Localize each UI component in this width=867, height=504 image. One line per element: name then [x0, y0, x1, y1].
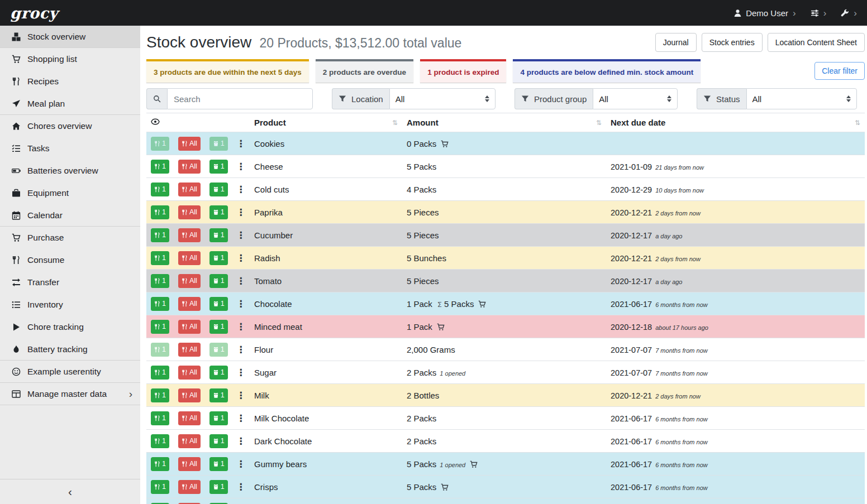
sidebar-item-chore-tracking[interactable]: Chore tracking	[0, 316, 140, 338]
sidebar-item-shopping-list[interactable]: Shopping list	[0, 48, 140, 70]
sidebar-item-inventory[interactable]: Inventory	[0, 294, 140, 316]
open-one-button[interactable]: 1	[209, 160, 228, 174]
row-menu-button[interactable]: ⋮	[235, 274, 247, 288]
status-banner-secondary[interactable]: 2 products are overdue	[316, 59, 413, 83]
consume-all-button[interactable]: All	[178, 434, 201, 448]
row-menu-button[interactable]: ⋮	[235, 183, 247, 196]
journal-button[interactable]: Journal	[655, 33, 697, 52]
row-menu-button[interactable]: ⋮	[235, 251, 247, 265]
clear-filter-button[interactable]: Clear filter	[814, 62, 865, 80]
admin-menu[interactable]: ›	[841, 8, 857, 18]
location-content-sheet-button[interactable]: Location Content Sheet	[768, 33, 865, 52]
consume-all-button[interactable]: All	[178, 366, 201, 380]
status-banner-danger[interactable]: 1 product is expired	[420, 59, 506, 83]
row-menu-button[interactable]: ⋮	[235, 411, 247, 425]
consume-all-button[interactable]: All	[178, 320, 201, 334]
open-one-button[interactable]: 1	[209, 480, 228, 494]
sidebar-item-manage-master-data[interactable]: Manage master data ›	[0, 383, 140, 405]
consume-one-button[interactable]: 1	[151, 411, 169, 425]
consume-all-button[interactable]: All	[178, 411, 201, 425]
column-header-next-due-date[interactable]: Next due date ⇅	[606, 113, 865, 132]
sidebar-item-chores-overview[interactable]: Chores overview	[0, 115, 140, 137]
open-one-button[interactable]: 1	[209, 320, 228, 334]
status-banner-info[interactable]: 4 products are below defined min. stock …	[513, 59, 701, 83]
consume-one-button[interactable]: 1	[151, 434, 169, 448]
open-one-button[interactable]: 1	[209, 343, 228, 357]
open-one-button[interactable]: 1	[209, 297, 228, 311]
sidebar-item-calendar[interactable]: Calendar	[0, 204, 140, 227]
consume-one-button[interactable]: 1	[151, 137, 169, 151]
consume-all-button[interactable]: All	[178, 160, 201, 174]
consume-one-button[interactable]: 1	[151, 274, 169, 288]
status-banner-warning[interactable]: 3 products are due within the next 5 day…	[146, 59, 309, 83]
row-menu-button[interactable]: ⋮	[235, 343, 247, 357]
consume-one-button[interactable]: 1	[151, 343, 169, 357]
consume-all-button[interactable]: All	[178, 251, 201, 265]
row-menu-button[interactable]: ⋮	[235, 297, 247, 311]
consume-one-button[interactable]: 1	[151, 297, 169, 311]
open-one-button[interactable]: 1	[209, 434, 228, 448]
settings-menu[interactable]: ›	[811, 8, 827, 18]
sidebar-item-example-userentity[interactable]: Example userentity	[0, 361, 140, 383]
row-menu-button[interactable]: ⋮	[235, 388, 247, 402]
sidebar-collapse-button[interactable]: ‹	[0, 479, 140, 504]
consume-all-button[interactable]: All	[178, 297, 201, 311]
row-menu-button[interactable]: ⋮	[235, 320, 247, 334]
consume-one-button[interactable]: 1	[151, 160, 169, 174]
sidebar-item-equipment[interactable]: Equipment	[0, 182, 140, 204]
sidebar-item-meal-plan[interactable]: Meal plan	[0, 93, 140, 115]
row-menu-button[interactable]: ⋮	[235, 366, 247, 380]
sidebar-item-tasks[interactable]: Tasks	[0, 137, 140, 160]
sidebar-item-batteries-overview[interactable]: Batteries overview	[0, 160, 140, 182]
sidebar-item-consume[interactable]: Consume	[0, 249, 140, 271]
sidebar-item-transfer[interactable]: Transfer	[0, 271, 140, 294]
open-one-button[interactable]: 1	[209, 205, 228, 219]
consume-one-button[interactable]: 1	[151, 205, 169, 219]
consume-one-button[interactable]: 1	[151, 457, 169, 471]
open-one-button[interactable]: 1	[209, 251, 228, 265]
consume-all-button[interactable]: All	[178, 137, 201, 151]
open-one-button[interactable]: 1	[209, 183, 228, 196]
row-menu-button[interactable]: ⋮	[235, 457, 247, 471]
open-one-button[interactable]: 1	[209, 388, 228, 402]
column-header-product[interactable]: Product ⇅	[250, 113, 402, 132]
open-one-button[interactable]: 1	[209, 411, 228, 425]
consume-one-button[interactable]: 1	[151, 320, 169, 334]
status-select[interactable]: All	[746, 88, 857, 109]
product-group-select[interactable]: All	[593, 88, 678, 109]
sidebar-item-battery-tracking[interactable]: Battery tracking	[0, 338, 140, 361]
column-header-amount[interactable]: Amount ⇅	[402, 113, 606, 132]
open-one-button[interactable]: 1	[209, 137, 228, 151]
consume-one-button[interactable]: 1	[151, 366, 169, 380]
sidebar-item-purchase[interactable]: Purchase	[0, 227, 140, 249]
consume-one-button[interactable]: 1	[151, 183, 169, 196]
sidebar-item-recipes[interactable]: Recipes	[0, 70, 140, 93]
sidebar-item-stock-overview[interactable]: Stock overview	[0, 26, 140, 48]
column-toggle-header[interactable]	[146, 113, 250, 132]
location-select[interactable]: All	[389, 88, 496, 109]
consume-all-button[interactable]: All	[178, 274, 201, 288]
user-menu[interactable]: Demo User ›	[733, 8, 796, 18]
consume-all-button[interactable]: All	[178, 205, 201, 219]
row-menu-button[interactable]: ⋮	[235, 137, 247, 151]
search-input[interactable]	[167, 88, 313, 109]
consume-one-button[interactable]: 1	[151, 251, 169, 265]
consume-all-button[interactable]: All	[178, 183, 201, 196]
open-one-button[interactable]: 1	[209, 457, 228, 471]
row-menu-button[interactable]: ⋮	[235, 205, 247, 219]
consume-all-button[interactable]: All	[178, 480, 201, 494]
open-one-button[interactable]: 1	[209, 228, 228, 242]
open-one-button[interactable]: 1	[209, 274, 228, 288]
consume-one-button[interactable]: 1	[151, 480, 169, 494]
row-menu-button[interactable]: ⋮	[235, 160, 247, 174]
consume-one-button[interactable]: 1	[151, 228, 169, 242]
consume-all-button[interactable]: All	[178, 388, 201, 402]
consume-all-button[interactable]: All	[178, 457, 201, 471]
consume-all-button[interactable]: All	[178, 228, 201, 242]
app-logo[interactable]: grocy	[10, 4, 58, 22]
row-menu-button[interactable]: ⋮	[235, 434, 247, 448]
consume-one-button[interactable]: 1	[151, 388, 169, 402]
consume-all-button[interactable]: All	[178, 343, 201, 357]
stock-entries-button[interactable]: Stock entries	[702, 33, 763, 52]
open-one-button[interactable]: 1	[209, 366, 228, 380]
